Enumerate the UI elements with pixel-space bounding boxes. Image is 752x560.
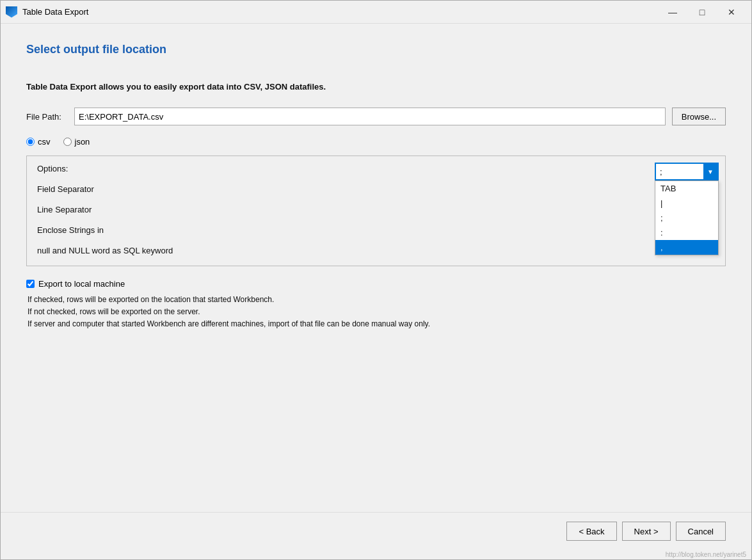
back-button[interactable]: < Back (566, 522, 616, 541)
export-info-text: If checked, rows will be exported on the… (28, 294, 726, 331)
format-radio-row: csv json (26, 137, 726, 147)
line-separator-row: Line Separator (37, 202, 715, 217)
json-label: json (75, 137, 90, 147)
null-word-row: null and NULL word as SQL keyword (37, 243, 715, 258)
file-path-row: File Path: Browse... (26, 108, 726, 125)
options-legend: Options: (37, 164, 715, 173)
close-button[interactable]: ✕ (717, 3, 746, 22)
dropdown-item-semicolon[interactable]: ; (655, 211, 718, 225)
browse-button[interactable]: Browse... (672, 108, 726, 125)
export-info-line3: If server and computer that started Work… (28, 319, 430, 328)
dropdown-item-tab[interactable]: TAB (655, 181, 718, 196)
csv-radio[interactable] (26, 138, 35, 146)
enclose-strings-label: Enclose Strings in (37, 225, 715, 235)
dropdown-item-colon[interactable]: : (655, 225, 718, 240)
page-title: Select output file location (26, 43, 726, 56)
app-icon (6, 6, 17, 18)
export-info-line1: If checked, rows will be exported on the… (28, 295, 274, 304)
field-separator-row: Field Separator (37, 181, 715, 196)
json-radio[interactable] (63, 138, 72, 146)
field-separator-label: Field Separator (37, 184, 715, 194)
title-bar: Table Data Export — □ ✕ (1, 1, 751, 24)
description-text: Table Data Export allows you to easily e… (26, 82, 726, 92)
line-separator-label: Line Separator (37, 205, 715, 214)
cancel-button[interactable]: Cancel (676, 522, 726, 541)
main-window: Table Data Export — □ ✕ Select output fi… (0, 0, 752, 560)
null-word-label: null and NULL word as SQL keyword (37, 246, 715, 255)
watermark: http://blog.token.net/yarinet5 (1, 550, 751, 559)
title-controls: — □ ✕ (658, 3, 746, 22)
json-radio-label[interactable]: json (63, 137, 90, 147)
dropdown-item-pipe[interactable]: | (655, 196, 718, 211)
export-info-line2: If not checked, rows will be exported on… (28, 307, 200, 316)
export-checkbox-label: Export to local machine (38, 279, 125, 289)
export-local-checkbox[interactable] (26, 280, 35, 288)
options-rows: Field Separator Line Separator Enclose S… (37, 181, 715, 258)
window-title: Table Data Export (22, 7, 88, 17)
field-separator-dropdown[interactable]: ; ▼ TAB | ; : , (655, 163, 719, 180)
options-group: Options: Field Separator Line Separator … (26, 156, 726, 266)
csv-radio-label[interactable]: csv (26, 137, 51, 147)
dropdown-trigger[interactable]: ; ▼ (655, 163, 719, 180)
content-area: Select output file location Table Data E… (1, 24, 751, 512)
export-checkbox-row: Export to local machine (26, 279, 726, 289)
dropdown-list: TAB | ; : , (655, 180, 719, 255)
file-path-label: File Path: (26, 112, 68, 122)
minimize-button[interactable]: — (658, 3, 687, 22)
next-button[interactable]: Next > (622, 522, 671, 541)
dropdown-arrow-icon: ▼ (703, 164, 717, 179)
enclose-strings-row: Enclose Strings in (37, 222, 715, 237)
dropdown-item-comma[interactable]: , (655, 240, 718, 255)
footer: < Back Next > Cancel (1, 512, 751, 550)
title-bar-left: Table Data Export (6, 6, 88, 18)
file-path-input[interactable] (74, 108, 666, 125)
csv-label: csv (38, 137, 51, 147)
maximize-button[interactable]: □ (687, 3, 717, 22)
dropdown-selected-value: ; (660, 167, 662, 177)
